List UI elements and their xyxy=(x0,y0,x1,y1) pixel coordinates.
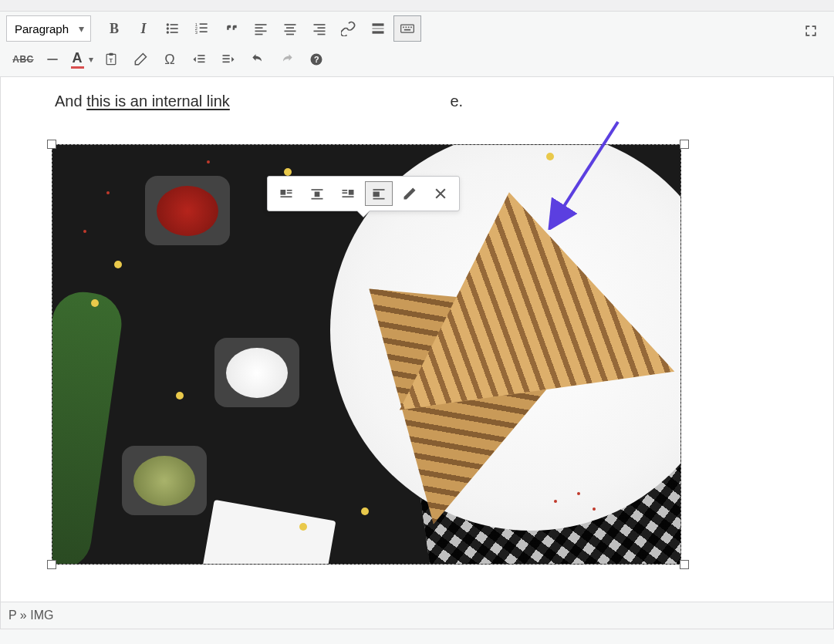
align-right-button[interactable] xyxy=(306,15,333,42)
align-left-button[interactable] xyxy=(247,15,275,42)
path-p[interactable]: P xyxy=(8,609,16,622)
pencil-icon xyxy=(402,186,417,201)
format-dropdown-label: Paragraph xyxy=(15,22,69,35)
indent-button[interactable] xyxy=(214,46,242,72)
svg-rect-37 xyxy=(198,55,204,56)
resize-handle-br[interactable] xyxy=(680,560,689,569)
outdent-button[interactable] xyxy=(185,46,213,72)
svg-rect-45 xyxy=(281,190,286,195)
svg-rect-53 xyxy=(343,190,348,191)
svg-rect-52 xyxy=(349,190,354,195)
blockquote-icon xyxy=(224,21,239,36)
hr-icon xyxy=(45,52,60,67)
svg-rect-28 xyxy=(403,27,404,29)
svg-rect-47 xyxy=(287,192,292,194)
resize-handle-tl[interactable] xyxy=(47,140,56,149)
toolbar-row-2: ABC A▾ T Ω ? xyxy=(6,44,828,75)
outdent-icon xyxy=(191,52,207,67)
format-dropdown[interactable]: Paragraph xyxy=(6,15,91,42)
path-img[interactable]: IMG xyxy=(30,609,53,622)
svg-rect-19 xyxy=(286,34,294,35)
clear-formatting-button[interactable] xyxy=(127,46,154,72)
paste-as-text-button[interactable]: T xyxy=(97,46,125,72)
chevron-down-icon: ▾ xyxy=(89,54,93,65)
align-image-center-button[interactable] xyxy=(303,181,331,206)
text-color-button[interactable]: A▾ xyxy=(68,46,96,72)
svg-rect-13 xyxy=(255,27,263,29)
close-icon xyxy=(433,186,448,201)
toolbar-row-1: Paragraph B I 123 xyxy=(6,13,828,44)
help-icon: ? xyxy=(309,52,324,67)
svg-rect-51 xyxy=(312,198,323,200)
fullscreen-button[interactable] xyxy=(797,18,825,44)
remove-image-button[interactable] xyxy=(427,181,454,206)
redo-button[interactable] xyxy=(273,46,301,72)
keyboard-shortcuts-button[interactable]: ? xyxy=(302,46,330,72)
svg-rect-56 xyxy=(373,189,385,191)
align-image-none-icon xyxy=(371,186,387,201)
svg-rect-30 xyxy=(408,27,410,29)
align-image-none-button[interactable] xyxy=(365,181,393,206)
svg-rect-16 xyxy=(285,24,296,25)
toolbar-toggle-button[interactable] xyxy=(393,15,421,42)
numbered-list-icon: 123 xyxy=(194,21,210,36)
paragraph-text[interactable]: And this is an internal link e. xyxy=(1,93,833,110)
svg-rect-54 xyxy=(343,192,348,194)
path-separator: » xyxy=(16,609,30,622)
undo-button[interactable] xyxy=(244,46,272,72)
svg-rect-50 xyxy=(315,192,320,197)
svg-rect-35 xyxy=(110,53,113,56)
italic-button[interactable]: I xyxy=(130,15,157,42)
svg-rect-49 xyxy=(312,189,323,191)
text-before-link: And xyxy=(55,93,86,110)
svg-rect-46 xyxy=(287,190,292,191)
bold-button[interactable]: B xyxy=(100,15,128,42)
italic-icon: I xyxy=(141,21,147,37)
svg-point-2 xyxy=(167,27,169,29)
svg-rect-20 xyxy=(314,24,326,25)
horizontal-rule-button[interactable] xyxy=(39,46,66,72)
internal-link[interactable]: this is an internal link xyxy=(86,93,230,110)
editor-content[interactable]: And this is an internal link e. xyxy=(0,77,834,602)
image-toolbar xyxy=(267,176,460,211)
insert-more-button[interactable] xyxy=(364,15,392,42)
omega-icon: Ω xyxy=(164,52,174,68)
align-center-icon xyxy=(282,21,298,36)
svg-rect-48 xyxy=(281,196,292,197)
resize-handle-bl[interactable] xyxy=(47,560,56,569)
blockquote-button[interactable] xyxy=(218,15,245,42)
text-color-icon: A xyxy=(71,50,84,69)
status-bar[interactable]: P » IMG xyxy=(0,602,834,629)
svg-text:3: 3 xyxy=(195,30,198,35)
svg-rect-32 xyxy=(404,29,410,31)
clipboard-t-icon: T xyxy=(103,52,119,67)
special-character-button[interactable]: Ω xyxy=(156,46,184,72)
align-image-right-icon xyxy=(340,186,356,201)
link-button[interactable] xyxy=(335,15,363,42)
svg-rect-15 xyxy=(255,34,263,35)
svg-rect-58 xyxy=(373,198,385,200)
indent-icon xyxy=(221,52,236,67)
strikethrough-button[interactable]: ABC xyxy=(9,46,37,72)
bullet-list-button[interactable] xyxy=(159,15,187,42)
undo-icon xyxy=(250,52,265,67)
svg-text:T: T xyxy=(110,57,113,64)
align-center-button[interactable] xyxy=(276,15,304,42)
svg-rect-39 xyxy=(198,62,204,63)
svg-rect-11 xyxy=(200,31,208,32)
svg-rect-18 xyxy=(285,31,296,32)
edit-image-button[interactable] xyxy=(396,181,424,206)
fullscreen-icon xyxy=(803,23,819,39)
svg-point-4 xyxy=(167,31,169,33)
align-image-left-button[interactable] xyxy=(272,181,300,206)
numbered-list-button[interactable]: 123 xyxy=(188,15,216,42)
align-right-icon xyxy=(312,21,327,36)
resize-handle-tr[interactable] xyxy=(680,140,689,149)
svg-rect-26 xyxy=(373,31,384,33)
align-image-right-button[interactable] xyxy=(334,181,362,206)
read-more-icon xyxy=(370,21,386,36)
svg-point-0 xyxy=(167,23,169,25)
svg-rect-21 xyxy=(318,27,326,29)
svg-rect-40 xyxy=(223,55,230,56)
bold-icon: B xyxy=(110,21,119,37)
